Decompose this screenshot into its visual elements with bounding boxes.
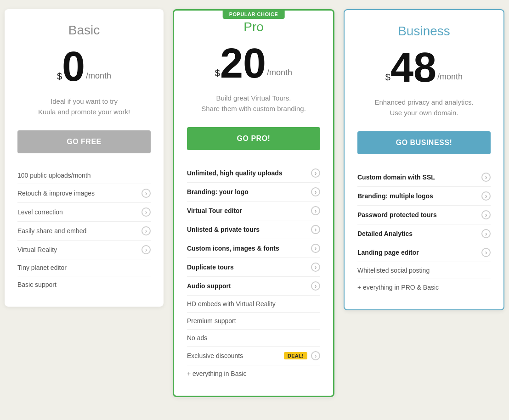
feature-right [138, 207, 151, 217]
feature-item: Retouch & improve images [17, 184, 151, 203]
feature-expand-icon[interactable] [311, 225, 320, 234]
feature-item: Detailed Analytics [357, 224, 491, 243]
price-period-business: /month [437, 72, 463, 82]
feature-text: Branding: your logo [187, 188, 249, 196]
feature-text: Duplicate tours [187, 263, 234, 271]
feature-item: Audio support [187, 277, 320, 296]
feature-item: Branding: multiple logos [357, 187, 491, 206]
price-period-pro: /month [267, 68, 292, 78]
feature-item: Unlisted & private tours [187, 220, 320, 239]
feature-expand-icon[interactable] [481, 191, 491, 201]
feature-item: Unlimited, high quality uploads [187, 164, 320, 183]
feature-text: HD embeds with Virtual Reality [187, 300, 276, 308]
feature-expand-icon[interactable] [141, 226, 151, 235]
feature-expand-icon[interactable] [311, 263, 320, 272]
price-amount-basic: 0 [62, 46, 85, 87]
feature-text: Tiny planet editor [17, 264, 67, 271]
plan-button-basic[interactable]: GO FREE [17, 130, 151, 153]
price-currency-pro: $ [215, 68, 220, 78]
plan-card-business: Business $ 48 /month Enhanced privacy an… [344, 9, 504, 310]
feature-item: Level correction [17, 203, 151, 222]
feature-text: Audio support [187, 282, 231, 290]
feature-item: + everything in PRO & Basic [357, 279, 491, 296]
feature-item: Duplicate tours [187, 258, 320, 277]
feature-expand-icon[interactable] [311, 281, 320, 291]
plan-description-pro: Build great Virtual Tours.Share them wit… [187, 93, 320, 116]
feature-right [307, 168, 320, 178]
feature-item: Custom domain with SSL [357, 168, 491, 187]
deal-badge: DEAL! [284, 352, 307, 359]
feature-text: Virtual Tour editor [187, 207, 242, 214]
feature-item: 100 public uploads/month [17, 167, 151, 184]
feature-item: Virtual Tour editor [187, 202, 320, 220]
feature-expand-icon[interactable] [481, 173, 491, 182]
feature-expand-icon[interactable] [141, 207, 151, 217]
feature-right [138, 226, 151, 235]
feature-expand-icon[interactable] [311, 206, 320, 215]
feature-text: Basic support [17, 281, 57, 288]
feature-right [307, 263, 320, 272]
feature-text: Easily share and embed [17, 227, 86, 235]
feature-right [138, 245, 151, 254]
plan-title-pro: Pro [187, 20, 320, 34]
feature-item: Virtual Reality [17, 241, 151, 259]
plan-card-basic: Basic $ 0 /month Ideal if you want to tr… [5, 9, 164, 307]
feature-item: Easily share and embed [17, 222, 151, 241]
feature-expand-icon[interactable] [141, 189, 151, 198]
plan-button-pro[interactable]: GO PRO! [187, 127, 320, 150]
price-amount-pro: 20 [220, 43, 266, 84]
feature-right [478, 173, 491, 182]
pricing-container: Basic $ 0 /month Ideal if you want to tr… [5, 9, 504, 397]
feature-item: No ads [187, 330, 320, 347]
feature-text: Premium support [187, 317, 236, 325]
feature-right [138, 189, 151, 198]
plan-button-business[interactable]: GO BUSINESS! [357, 131, 491, 154]
price-currency-basic: $ [57, 72, 62, 81]
feature-right [307, 281, 320, 291]
plan-title-business: Business [357, 24, 491, 39]
feature-expand-icon[interactable] [311, 168, 320, 178]
feature-item: Custom icons, images & fonts [187, 239, 320, 258]
price-row-basic: $ 0 /month [17, 46, 151, 87]
price-row-business: $ 48 /month [357, 47, 491, 88]
feature-text: Password protected tours [357, 211, 437, 218]
feature-item: Branding: your logo [187, 183, 320, 202]
popular-badge: POPULAR CHOICE [223, 10, 285, 19]
feature-text: Exclusive discounts [187, 352, 243, 359]
feature-text: Unlisted & private tours [187, 226, 260, 233]
features-list-business: Custom domain with SSL Branding: multipl… [357, 168, 491, 296]
feature-expand-icon[interactable] [481, 248, 491, 257]
feature-right [478, 248, 491, 257]
feature-expand-icon[interactable] [311, 187, 320, 196]
feature-right [478, 210, 491, 219]
feature-expand-icon[interactable] [481, 229, 491, 238]
plan-description-basic: Ideal if you want to tryKuula and promot… [17, 96, 151, 119]
feature-right [307, 225, 320, 234]
feature-item: Premium support [187, 313, 320, 330]
feature-right [307, 206, 320, 215]
features-list-pro: Unlimited, high quality uploads Branding… [187, 164, 320, 382]
feature-text: Landing page editor [357, 249, 419, 256]
feature-text: Retouch & improve images [17, 190, 95, 197]
feature-text: + everything in Basic [187, 370, 247, 377]
feature-text: Whitelisted social posting [357, 267, 430, 274]
feature-right: DEAL! [280, 351, 320, 360]
feature-expand-icon[interactable] [481, 210, 491, 219]
feature-item: Tiny planet editor [17, 259, 151, 276]
feature-item: Whitelisted social posting [357, 262, 491, 279]
feature-text: 100 public uploads/month [17, 172, 91, 179]
feature-text: Virtual Reality [17, 246, 57, 253]
feature-text: Custom icons, images & fonts [187, 245, 279, 252]
feature-expand-icon[interactable] [141, 245, 151, 254]
feature-text: Level correction [17, 208, 63, 216]
plan-description-business: Enhanced privacy and analytics.Use your … [357, 97, 491, 120]
feature-text: Branding: multiple logos [357, 192, 433, 200]
feature-text: Detailed Analytics [357, 230, 413, 237]
feature-text: + everything in PRO & Basic [357, 284, 439, 291]
feature-expand-icon[interactable] [311, 351, 320, 360]
price-amount-business: 48 [390, 47, 436, 88]
feature-item: Password protected tours [357, 206, 491, 224]
feature-right [478, 229, 491, 238]
feature-text: Custom domain with SSL [357, 174, 435, 181]
feature-expand-icon[interactable] [311, 244, 320, 253]
